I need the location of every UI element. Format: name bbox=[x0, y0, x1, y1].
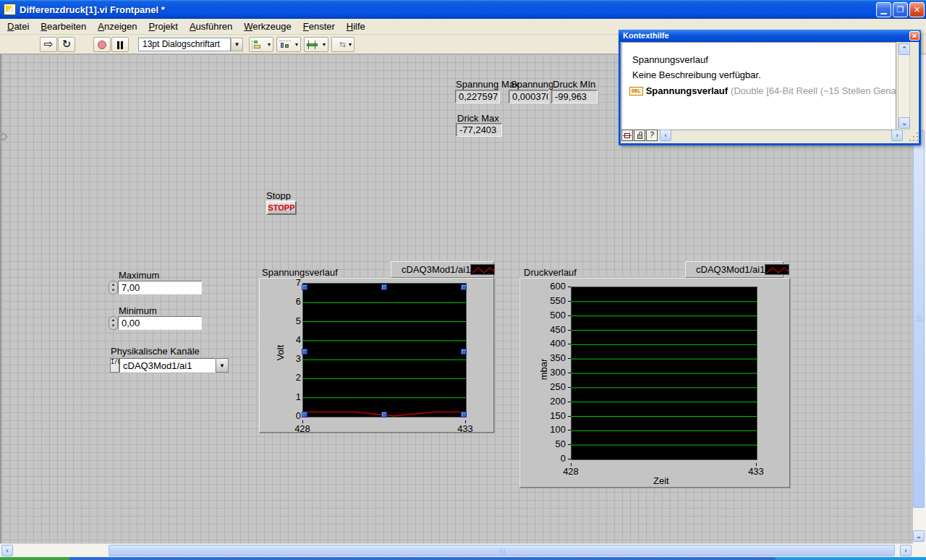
stop-label: Stopp bbox=[266, 190, 291, 201]
chart2-x-axis-label: Zeit bbox=[653, 475, 669, 486]
distribute-objects-button[interactable]: ▾ bbox=[276, 37, 301, 52]
reorder-button[interactable]: ▾ ⇆ bbox=[331, 37, 354, 52]
scroll-left-icon[interactable]: ‹ bbox=[1, 545, 13, 556]
selection-handle[interactable] bbox=[302, 349, 307, 355]
context-help-toolbar: ? ‹ › bbox=[621, 128, 917, 143]
y-tick-label: 350 bbox=[550, 352, 566, 363]
start-button-edge[interactable] bbox=[0, 557, 69, 560]
chart1-legend[interactable]: cDAQ3Mod1/ai1 bbox=[391, 261, 494, 278]
scroll-down-icon[interactable]: ⌄ bbox=[899, 117, 910, 129]
y-tick-label: 5 bbox=[296, 315, 301, 326]
y-tick-label: 500 bbox=[550, 310, 566, 321]
io-glyph-icon: I/O bbox=[110, 358, 119, 373]
question-mark-icon: ? bbox=[650, 131, 654, 139]
y-tick-label: 100 bbox=[550, 424, 566, 435]
y-tick-label: 7 bbox=[296, 277, 301, 288]
labview-app-icon bbox=[4, 4, 16, 15]
align-objects-button[interactable]: ▾ bbox=[249, 37, 273, 52]
menu-item-datei[interactable]: Datei bbox=[1, 20, 35, 33]
maximum-input[interactable]: 7,00 bbox=[118, 281, 202, 294]
context-help-window[interactable]: Kontexthilfe ✕ Spannungsverlauf Keine Be… bbox=[619, 30, 921, 145]
minimize-button[interactable]: ▁ bbox=[876, 2, 891, 17]
menu-item-ausführen[interactable]: Ausführen bbox=[184, 20, 238, 33]
show-wiring-button[interactable] bbox=[621, 130, 633, 141]
physical-channels-combo[interactable]: cDAQ3Mod1/ai1 bbox=[119, 358, 216, 373]
selection-handle[interactable] bbox=[381, 412, 387, 417]
reorder-icon: ⇆ bbox=[334, 41, 346, 49]
scroll-up-icon[interactable]: ⌃ bbox=[899, 43, 910, 55]
minimum-label: Minimum bbox=[119, 305, 157, 316]
vertical-scrollbar-thumb[interactable] bbox=[913, 130, 925, 508]
waveform-icon bbox=[765, 264, 789, 275]
chart2-frame[interactable]: mbar 05010015020025030035040045050055060… bbox=[519, 278, 790, 488]
minimum-input[interactable]: 0,00 bbox=[118, 316, 202, 330]
stop-button[interactable]: STOPP bbox=[266, 200, 297, 215]
lock-icon bbox=[639, 132, 642, 135]
y-tick-label: 400 bbox=[550, 338, 566, 349]
selection-handle[interactable] bbox=[461, 412, 467, 417]
align-objects-icon bbox=[252, 41, 263, 49]
y-tick-label: 450 bbox=[550, 324, 566, 335]
context-help-close-icon[interactable]: ✕ bbox=[909, 31, 919, 41]
menu-item-fenster[interactable]: Fenster bbox=[297, 20, 341, 33]
maximum-increment-decrement[interactable]: ▲▼ bbox=[109, 281, 118, 294]
scroll-right-icon[interactable]: › bbox=[891, 130, 903, 141]
chart2-legend[interactable]: cDAQ3Mod1/ai1 bbox=[685, 261, 783, 278]
distribute-objects-icon bbox=[279, 41, 291, 49]
x-tick-label: 428 bbox=[294, 423, 311, 434]
scroll-down-icon[interactable]: ⌄ bbox=[913, 530, 925, 542]
chart2-title: Druckverlauf bbox=[524, 267, 577, 278]
font-selector[interactable]: 13pt Dialogschriftart bbox=[138, 38, 231, 51]
font-selector-dropdown-icon[interactable]: ▼ bbox=[231, 38, 243, 51]
y-tick-label: 4 bbox=[296, 334, 301, 345]
selection-handle[interactable] bbox=[461, 349, 467, 355]
chart2-legend-label: cDAQ3Mod1/ai1 bbox=[689, 264, 765, 275]
lock-help-button[interactable] bbox=[634, 130, 645, 141]
scroll-right-icon[interactable]: › bbox=[900, 545, 912, 556]
physical-channels-dropdown-icon[interactable]: ▼ bbox=[216, 358, 229, 373]
selection-handle[interactable] bbox=[381, 284, 387, 290]
restore-button[interactable]: ❐ bbox=[893, 2, 908, 17]
close-button[interactable]: ✕ bbox=[909, 2, 925, 17]
y-tick-label: 550 bbox=[550, 295, 566, 306]
menu-item-hilfe[interactable]: Hilfe bbox=[341, 20, 371, 33]
selection-handle[interactable] bbox=[302, 412, 307, 417]
run-button[interactable]: ⇨ bbox=[40, 37, 57, 52]
druck-min-label: Druck MIn bbox=[553, 79, 595, 90]
y-tick-label: 3 bbox=[296, 353, 301, 364]
chart1-y-ticks: 01234567 bbox=[281, 283, 301, 417]
selection-handle[interactable] bbox=[302, 284, 307, 290]
scroll-left-icon[interactable]: ‹ bbox=[660, 130, 671, 141]
menu-item-projekt[interactable]: Projekt bbox=[143, 20, 183, 33]
druck-min-indicator[interactable]: -99,963 bbox=[551, 90, 598, 103]
spannung-max-indicator[interactable]: 0,227597 bbox=[455, 90, 500, 103]
menu-item-werkzeuge[interactable]: Werkzeuge bbox=[238, 20, 297, 33]
run-continuous-button[interactable]: ↻ bbox=[58, 37, 75, 52]
context-help-vertical-scrollbar[interactable]: ⌃ ⌄ bbox=[898, 42, 910, 130]
spannung-min-label: Spannung Min bbox=[511, 79, 553, 90]
resize-grip[interactable] bbox=[907, 132, 919, 143]
menu-item-anzeigen[interactable]: Anzeigen bbox=[92, 20, 143, 33]
spannung-min-indicator[interactable]: 0,000370 bbox=[509, 90, 549, 103]
chart1-plot-area[interactable] bbox=[302, 283, 467, 417]
scrollbar-corner bbox=[913, 543, 926, 558]
chart1-title: Spannungsverlauf bbox=[262, 267, 338, 278]
chart2-plot-area[interactable] bbox=[571, 287, 757, 460]
chart1-frame[interactable]: Volt 01234567 428433 bbox=[259, 278, 494, 433]
druck-max-indicator[interactable]: -77,2403 bbox=[456, 123, 502, 137]
resize-objects-button[interactable]: ▾ bbox=[304, 37, 328, 52]
selection-handle[interactable] bbox=[461, 284, 467, 290]
detailed-help-button[interactable]: ? bbox=[646, 130, 658, 141]
horizontal-scrollbar-thumb[interactable] bbox=[109, 545, 895, 556]
help-item-name: Spannungsverlauf bbox=[632, 54, 708, 65]
run-icon: ⇨ bbox=[44, 38, 54, 50]
menu-item-bearbeiten[interactable]: Bearbeiten bbox=[35, 20, 92, 33]
abort-button[interactable] bbox=[93, 37, 111, 52]
chart1-legend-label: cDAQ3Mod1/ai1 bbox=[394, 264, 470, 275]
windows-taskbar-edge[interactable] bbox=[0, 557, 926, 560]
minimum-increment-decrement[interactable]: ▲▼ bbox=[109, 316, 118, 330]
chart2-x-ticks: 428433 bbox=[571, 463, 757, 473]
pause-button[interactable] bbox=[111, 37, 129, 52]
context-help-titlebar[interactable]: Kontexthilfe ✕ bbox=[619, 30, 921, 42]
horizontal-scrollbar[interactable]: ‹ › bbox=[0, 543, 913, 558]
